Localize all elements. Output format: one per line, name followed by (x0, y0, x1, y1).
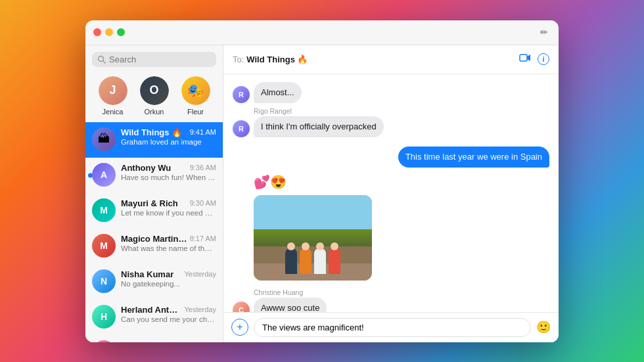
message-row-photo (254, 195, 549, 281)
chat-header-actions: i (519, 53, 549, 65)
photo-figures (285, 248, 340, 274)
conv-name-nisha: Nisha Kumar (121, 269, 173, 279)
message-bubble-spain: This time last year we were in Spain (398, 147, 549, 168)
app-window: ✏ J Jenica (85, 20, 559, 342)
sender-name-christine: Christine Huang (254, 288, 549, 296)
conv-body-nisha: Nisha Kumar Yesterday No gatekeeping... (121, 269, 216, 288)
avatar-nisha: N (92, 269, 116, 293)
photo-scene (254, 195, 372, 281)
input-bar: + 🙂 (223, 312, 559, 342)
messages-area: R Almost... Rigo Rangel R I think I'm of… (223, 74, 559, 312)
conv-preview-magico: What was the name of that '90s thriller … (121, 244, 216, 252)
close-button[interactable] (93, 28, 101, 36)
chat-to-label: To: (233, 55, 244, 64)
message-group-christine: Christine Huang C Awww soo cute (233, 288, 549, 311)
search-bar (85, 45, 223, 72)
search-input[interactable] (109, 55, 211, 64)
traffic-lights (93, 28, 125, 36)
conversation-item-herland[interactable]: H Herland Antezana Yesterday Can you sen… (85, 300, 223, 335)
message-bubble-overpacked: I think I'm officially overpacked (254, 116, 384, 137)
conv-preview-nisha: No gatekeeping... (121, 280, 216, 288)
info-icon[interactable]: i (538, 53, 549, 65)
figure-1 (285, 248, 297, 274)
conv-body-anthony: Anthony Wu 9:36 AM Have so much fun! Whe… (121, 163, 216, 181)
search-wrapper (92, 52, 216, 67)
conv-preview-wild-things: Graham loved an image (121, 138, 216, 146)
sidebar: J Jenica O Orkun 🎭 Fleur (85, 45, 223, 342)
conv-time-anthony: 9:36 AM (190, 164, 216, 171)
add-attachment-button[interactable]: + (231, 319, 248, 336)
minimize-button[interactable] (105, 28, 113, 36)
conv-body-wild-things: Wild Things 🔥 9:41 AM Graham loved an im… (121, 127, 216, 146)
avatar-wild-things: 🏔 (92, 127, 116, 151)
pinned-name-jenica: Jenica (103, 108, 124, 116)
conversation-item-wild-things[interactable]: 🏔 Wild Things 🔥 9:41 AM Graham loved an … (85, 122, 223, 158)
pinned-contacts: J Jenica O Orkun 🎭 Fleur (85, 72, 223, 122)
avatar-christine-msg: C (233, 302, 250, 311)
conv-name-magico: Magico Martinez (121, 234, 187, 244)
emoji-picker-button[interactable]: 🙂 (536, 320, 551, 334)
svg-line-1 (103, 60, 106, 63)
conversation-item-mayuri-rich[interactable]: M Mayuri & Rich 9:30 AM Let me know if y… (85, 193, 223, 229)
chat-area: To: Wild Things 🔥 i R Al (223, 45, 559, 342)
avatar-orkun: O (140, 76, 169, 105)
message-bubble-almost: Almost... (254, 82, 302, 103)
avatar-jenica: J (99, 76, 127, 105)
message-row-cute: C Awww soo cute (233, 298, 549, 311)
conv-name-wild-things: Wild Things 🔥 (121, 127, 182, 137)
main-content: J Jenica O Orkun 🎭 Fleur (85, 45, 559, 342)
avatar-mayuri: M (92, 198, 116, 222)
conv-time-magico: 8:17 AM (190, 235, 216, 242)
conv-name-anthony: Anthony Wu (121, 163, 171, 173)
maximize-button[interactable] (117, 28, 125, 36)
video-call-icon[interactable] (519, 53, 531, 65)
conv-body-magico: Magico Martinez 8:17 AM What was the nam… (121, 234, 216, 252)
avatar-magico: M (92, 234, 116, 258)
pinned-contact-jenica[interactable]: J Jenica (99, 76, 127, 116)
pinned-contact-fleur[interactable]: 🎭 Fleur (181, 76, 210, 116)
conv-time-mayuri: 9:30 AM (190, 199, 216, 207)
message-row-spain: This time last year we were in Spain (233, 147, 549, 168)
avatar-leticia: L (92, 340, 116, 342)
svg-rect-2 (520, 55, 527, 61)
message-bubble-cute: Awww soo cute (254, 298, 327, 311)
chat-recipient: Wild Things 🔥 (246, 55, 519, 64)
conv-time-leticia: 6/8/24 (196, 341, 216, 342)
conversation-list: 🏔 Wild Things 🔥 9:41 AM Graham loved an … (85, 122, 223, 342)
conv-preview-herland: Can you send me your chocolate chip cook… (121, 315, 216, 323)
conv-name-mayuri: Mayuri & Rich (121, 198, 178, 208)
avatar-rigo-msg2: R (233, 120, 250, 137)
conv-time-wild-things: 9:41 AM (190, 128, 216, 136)
conv-name-herland: Herland Antezana (121, 305, 181, 315)
pinned-name-orkun: Orkun (145, 108, 164, 116)
avatar-anthony: A (92, 163, 116, 187)
conv-name-leticia: Leticia Ibarra (121, 340, 174, 342)
message-input[interactable] (254, 318, 531, 337)
emoji-reaction: 💕😍 (254, 174, 287, 190)
figure-4 (329, 248, 340, 274)
compose-icon[interactable]: ✏ (538, 26, 551, 39)
pinned-contact-orkun[interactable]: O Orkun (140, 76, 169, 116)
conv-body-herland: Herland Antezana Yesterday Can you send … (121, 305, 216, 323)
conversation-item-leticia[interactable]: L Leticia Ibarra 6/8/24 I'll bring my bi… (85, 335, 223, 342)
sender-name-rigo: Rigo Rangel (254, 107, 549, 115)
photo-message (254, 195, 372, 281)
search-icon (97, 55, 106, 64)
pinned-name-fleur: Fleur (187, 108, 204, 116)
conv-body-mayuri: Mayuri & Rich 9:30 AM Let me know if you… (121, 198, 216, 217)
conv-preview-mayuri: Let me know if you need a ride! (121, 209, 216, 217)
conversation-item-magico[interactable]: M Magico Martinez 8:17 AM What was the n… (85, 229, 223, 264)
conversation-item-nisha[interactable]: N Nisha Kumar Yesterday No gatekeeping..… (85, 264, 223, 300)
avatar-rigo-msg: R (233, 86, 250, 103)
figure-3 (314, 248, 326, 274)
conversation-item-anthony-wu[interactable]: A Anthony Wu 9:36 AM Have so much fun! W… (85, 158, 223, 193)
conv-time-nisha: Yesterday (184, 270, 216, 278)
message-row-emoji-reaction: 💕😍 (254, 173, 549, 191)
title-bar: ✏ (85, 20, 559, 45)
conv-body-leticia: Leticia Ibarra 6/8/24 I'll bring my bino… (121, 340, 216, 342)
chat-header: To: Wild Things 🔥 i (223, 45, 559, 74)
message-row-almost: R Almost... (233, 82, 549, 103)
figure-2 (300, 248, 311, 274)
message-group-rigo: Rigo Rangel R I think I'm officially ove… (233, 107, 549, 137)
avatar-fleur: 🎭 (181, 76, 210, 105)
